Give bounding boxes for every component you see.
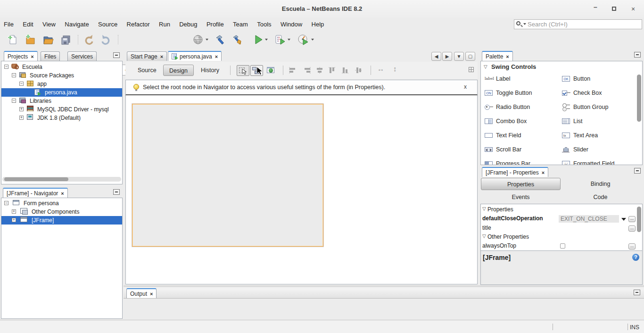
run-icon[interactable]: [253, 34, 264, 45]
tab-output[interactable]: Output×: [126, 288, 157, 298]
debug-dropdown-icon[interactable]: [288, 39, 290, 41]
menu-navigate[interactable]: Navigate: [61, 18, 92, 31]
run-dropdown-icon[interactable]: [265, 39, 268, 41]
redo-icon[interactable]: [100, 34, 112, 45]
deploy-icon[interactable]: [192, 34, 204, 45]
minimize-properties-panel-icon[interactable]: [634, 168, 641, 174]
profile-dropdown-icon[interactable]: [311, 39, 314, 41]
close-window-button[interactable]: ×: [628, 5, 638, 13]
new-project-icon[interactable]: [25, 34, 36, 45]
tab-navigator[interactable]: [JFrame] - Navigator×: [3, 188, 68, 198]
tree-node-jdk[interactable]: + JDK 1.8 (Default): [1, 114, 122, 122]
tab-palette[interactable]: Palette×: [482, 51, 513, 61]
close-properties-tab-icon[interactable]: ×: [542, 170, 545, 175]
close-persona-java-icon[interactable]: ×: [215, 54, 218, 59]
build-icon[interactable]: [215, 34, 226, 45]
menu-file[interactable]: File: [0, 18, 17, 31]
menu-run[interactable]: Run: [155, 18, 174, 31]
toolbar-overflow-icon[interactable]: [469, 67, 474, 72]
maximize-window-button[interactable]: [612, 7, 616, 11]
tab-jframe-properties[interactable]: [JFrame] - Properties×: [482, 167, 548, 177]
palette-item-combo-box[interactable]: Combo Box: [485, 117, 527, 125]
menu-tools[interactable]: Tools: [253, 18, 275, 31]
category-collapse-icon[interactable]: ▽: [484, 64, 487, 69]
tree-node-source-packages[interactable]: − Source Packages: [1, 71, 122, 80]
tab-files[interactable]: Files: [41, 51, 60, 61]
palette-item-text-field[interactable]: Text Field: [485, 131, 521, 140]
close-hint-icon[interactable]: x: [464, 83, 467, 90]
close-start-page-icon[interactable]: ×: [160, 54, 163, 59]
search-input[interactable]: [528, 20, 641, 29]
minimize-projects-panel-icon[interactable]: [113, 52, 120, 58]
new-file-icon[interactable]: [7, 34, 18, 45]
defaultcloseoperation-dropdown-icon[interactable]: [621, 218, 626, 221]
preview-design-button[interactable]: [265, 65, 278, 76]
debug-icon[interactable]: [274, 34, 286, 45]
design-view-button[interactable]: Design: [163, 65, 194, 76]
palette-category[interactable]: Swing Controls: [491, 63, 536, 70]
tab-services[interactable]: Services: [67, 51, 97, 61]
tree-node-jframe[interactable]: + [JFrame]: [1, 216, 122, 225]
palette-scrollbar[interactable]: [637, 75, 641, 122]
projects-hscrollbar-thumb[interactable]: [4, 177, 68, 181]
undo-icon[interactable]: [83, 34, 94, 45]
align-right-column-icon[interactable]: [302, 67, 311, 74]
alwaysontop-checkbox[interactable]: [560, 243, 565, 249]
tree-node-persona-java[interactable]: persona.java: [1, 88, 122, 97]
tree-node-escuela[interactable]: − Escuela: [1, 63, 122, 71]
tab-persona-java[interactable]: persona.java×: [168, 51, 222, 61]
tree-node-form-persona[interactable]: − Form persona: [1, 199, 122, 208]
menu-profile[interactable]: Profile: [203, 18, 228, 31]
palette-item-check-box[interactable]: Check Box: [562, 89, 602, 97]
help-icon[interactable]: ?: [632, 254, 639, 261]
vertical-resizable-icon[interactable]: ↕: [393, 65, 397, 73]
minimize-navigator-panel-icon[interactable]: [113, 189, 120, 195]
menu-source[interactable]: Source: [94, 18, 121, 31]
other-properties-section-header[interactable]: ▽ Other Properties: [481, 233, 642, 242]
palette-item-progress-bar[interactable]: Progress Bar: [485, 159, 530, 165]
selection-mode-button[interactable]: [237, 65, 249, 76]
menu-edit[interactable]: Edit: [19, 18, 37, 31]
history-view-button[interactable]: History: [195, 65, 225, 76]
menu-refactor[interactable]: Refactor: [123, 18, 154, 31]
palette-item-toggle-button[interactable]: ON Toggle Button: [485, 89, 532, 97]
palette-item-radio-button[interactable]: Radio Button: [485, 103, 530, 111]
scroll-tabs-right-button[interactable]: ▶: [442, 52, 452, 61]
close-navigator-tab-icon[interactable]: ×: [61, 191, 64, 196]
close-palette-tab-icon[interactable]: ×: [506, 54, 509, 59]
menu-view[interactable]: View: [39, 18, 59, 31]
property-row-alwaysontop[interactable]: alwaysOnTop ...: [481, 242, 642, 251]
palette-item-scroll-bar[interactable]: Scroll Bar: [485, 145, 521, 154]
minimize-palette-panel-icon[interactable]: [634, 52, 641, 58]
align-top-row-icon[interactable]: [328, 67, 338, 74]
design-canvas[interactable]: [125, 95, 478, 284]
profile-icon[interactable]: [297, 34, 309, 45]
menu-help[interactable]: Help: [308, 18, 328, 31]
property-row-title[interactable]: title ...: [481, 225, 642, 233]
deploy-dropdown-icon[interactable]: [206, 39, 208, 41]
defaultcloseoperation-editor-button[interactable]: ...: [628, 216, 636, 222]
close-output-tab-icon[interactable]: ×: [150, 291, 153, 297]
menu-debug[interactable]: Debug: [175, 18, 201, 31]
tree-node-app[interactable]: − app: [1, 80, 122, 88]
menu-window[interactable]: Window: [277, 18, 306, 31]
save-all-icon[interactable]: [60, 34, 71, 45]
defaultcloseoperation-value[interactable]: EXIT_ON_CLOSE: [559, 215, 619, 223]
code-tab-button[interactable]: Code: [561, 191, 640, 203]
tab-projects[interactable]: Projects×: [4, 51, 38, 61]
close-projects-tab-icon[interactable]: ×: [31, 54, 33, 59]
events-tab-button[interactable]: Events: [481, 191, 561, 203]
palette-item-button[interactable]: OK Button: [562, 75, 590, 83]
palette-item-label[interactable]: label Label: [485, 75, 511, 83]
center-vertically-icon[interactable]: [355, 67, 364, 74]
properties-tab-button[interactable]: Properties: [481, 178, 561, 190]
search-icon[interactable]: [516, 21, 526, 28]
palette-item-slider[interactable]: Slider: [562, 145, 588, 154]
align-left-column-icon[interactable]: [289, 67, 298, 74]
properties-scrollbar[interactable]: [637, 207, 641, 232]
center-horizontally-icon[interactable]: [315, 67, 324, 74]
open-project-icon[interactable]: [42, 34, 54, 45]
source-view-button[interactable]: Source: [132, 65, 162, 76]
horizontal-resizable-icon[interactable]: ↔: [377, 65, 384, 73]
menu-team[interactable]: Team: [229, 18, 252, 31]
